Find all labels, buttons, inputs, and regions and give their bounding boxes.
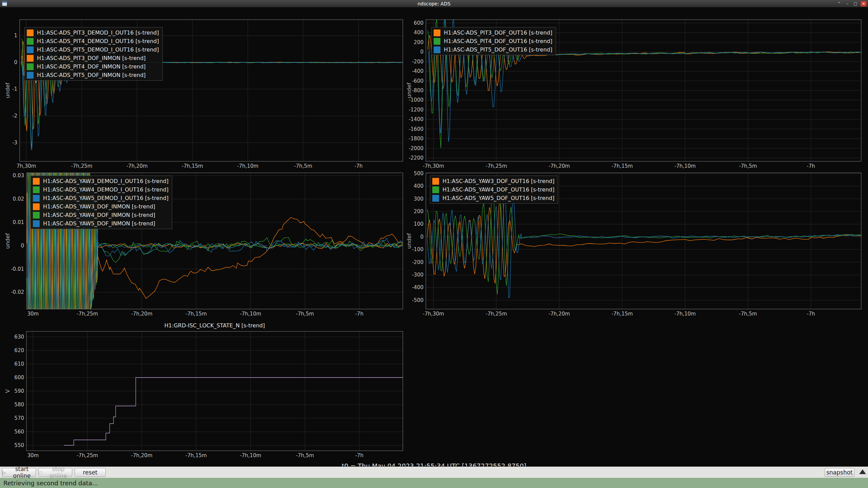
legend-color-swatch <box>33 178 40 185</box>
legend-item: H1:ASC-ADS_YAW3_DOF_OUT16 [s-trend] <box>432 177 554 185</box>
stop-online-button[interactable]: ◻ stop online <box>38 468 72 477</box>
play-icon: ▷ <box>2 470 6 475</box>
plot-pit-error[interactable]: 7h,30m-7h,25m-7h,20m-7h,15m-7h,10m-7h,5m… <box>5 17 404 170</box>
plot-lock-state[interactable]: 30m-7h,25m-7h,20m-7h,15m-7h,10m-7h,5m-7h… <box>5 320 404 460</box>
legend-color-swatch <box>33 186 40 193</box>
x-tick-label: -7h,25m <box>77 452 98 459</box>
y-tick-label: 100 <box>414 221 423 227</box>
x-tick-label: -7h,25m <box>71 163 92 169</box>
legend-channel-label: H1:ASC-ADS_YAW3_DEMOD_I_OUT16 [s-trend] <box>43 178 169 184</box>
y-tick-label: 570 <box>14 415 24 421</box>
y-tick-label: 500 <box>414 171 423 177</box>
expand-panel-triangle-icon[interactable] <box>859 469 866 474</box>
x-tick-label: -7h,10m <box>240 452 261 459</box>
y-tick-label: -300 <box>412 272 423 278</box>
y-tick-label: -3 <box>12 140 17 146</box>
legend-channel-label: H1:ASC-ADS_PIT4_DOF_OUT16 [s-trend] <box>444 38 552 44</box>
y-tick-label: -2200 <box>409 155 423 161</box>
x-tick-label: -7h,20m <box>549 311 570 317</box>
y-tick-label: 0 <box>21 243 24 249</box>
y-tick-label: 400 <box>414 29 423 36</box>
snapshot-button[interactable]: snapshot <box>825 468 854 477</box>
x-tick-label: -7h,20m <box>131 311 153 317</box>
legend-item: H1:ASC-ADS_PIT5_DOF_OUT16 [s-trend] <box>434 45 552 54</box>
x-tick-label: -7h,5m <box>294 163 312 169</box>
y-tick-label: -200 <box>412 59 423 65</box>
y-tick-label: 0.01 <box>13 219 24 225</box>
plot-canvas[interactable]: 30m-7h,25m-7h,20m-7h,15m-7h,10m-7h,5m-7h… <box>5 320 404 460</box>
y-tick-label: -100 <box>412 246 423 252</box>
plot-yaw-dof-out[interactable]: -7h,30m-7h,25m-7h,20m-7h,15m-7h,10m-7h,5… <box>406 171 864 318</box>
window-title: ndscope: ADS <box>0 1 868 6</box>
start-online-label: start online <box>8 466 36 479</box>
legend-channel-label: H1:ASC-ADS_PIT5_DEMOD_I_OUT16 [s-trend] <box>37 46 159 53</box>
minimize-window-icon[interactable]: – <box>844 1 850 6</box>
legend-channel-label: H1:ASC-ADS_YAW5_DOF_OUT16 [s-trend] <box>442 195 554 201</box>
y-tick-label: 590 <box>14 388 24 394</box>
legend-color-swatch <box>432 195 439 202</box>
legend-channel-label: H1:ASC-ADS_YAW5_DOF_INMON [s-trend] <box>43 220 155 227</box>
legend-channel-label: H1:ASC-ADS_YAW3_DOF_OUT16 [s-trend] <box>442 178 554 184</box>
toolbar: ▷ start online ◻ stop online reset snaps… <box>0 466 868 478</box>
y-tick-label: 0.03 <box>13 172 24 179</box>
legend-channel-label: H1:ASC-ADS_YAW4_DEMOD_I_OUT16 [s-trend] <box>43 186 169 193</box>
plot-grid: 7h,30m-7h,25m-7h,20m-7h,15m-7h,10m-7h,5m… <box>0 7 868 466</box>
x-tick-label: -7h,25m <box>486 311 507 317</box>
y-axis-label: undef <box>406 233 412 249</box>
plot-pit-dof-out[interactable]: -7h,30m-7h,25m-7h,20m-7h,15m-7h,10m-7h,5… <box>406 17 864 170</box>
y-tick-label: 0 <box>420 49 423 55</box>
y-tick-label: 200 <box>414 39 423 45</box>
x-tick-label: 7h,30m <box>17 163 36 169</box>
x-tick-label: -7h <box>355 311 363 317</box>
legend-color-swatch <box>432 178 439 185</box>
y-axis-label: undef <box>406 83 412 98</box>
legend-color-swatch <box>27 72 34 79</box>
stop-online-label: stop online <box>45 466 72 479</box>
plot-yaw-error[interactable]: 30m-7h,25m-7h,20m-7h,15m-7h,10m-7h,5m-7h… <box>5 171 404 318</box>
y-axis-label: undef <box>5 83 11 98</box>
start-online-button[interactable]: ▷ start online <box>2 468 36 477</box>
title-bar: ndscope: ADS ⌃ – ▢ ✕ <box>0 0 868 7</box>
plot-legend[interactable]: H1:ASC-ADS_YAW3_DOF_OUT16 [s-trend]H1:AS… <box>430 176 558 204</box>
y-tick-label: 1 <box>14 33 17 39</box>
x-tick-label: -7h,5m <box>296 311 314 317</box>
status-message: Retrieving second trend data... <box>3 480 98 487</box>
x-tick-label: -7h,30m <box>423 311 444 317</box>
plot-legend[interactable]: H1:ASC-ADS_PIT3_DEMOD_I_OUT16 [s-trend]H… <box>24 27 163 81</box>
legend-channel-label: H1:ASC-ADS_PIT3_DEMOD_I_OUT16 [s-trend] <box>37 29 159 36</box>
y-tick-label: -1600 <box>409 126 423 132</box>
legend-channel-label: H1:ASC-ADS_PIT4_DEMOD_I_OUT16 [s-trend] <box>37 38 159 44</box>
y-tick-label: 610 <box>14 361 24 367</box>
y-tick-label: -1200 <box>409 107 423 113</box>
legend-channel-label: H1:ASC-ADS_PIT3_DOF_INMON [s-trend] <box>37 55 146 61</box>
legend-color-swatch <box>27 63 34 70</box>
legend-item: H1:ASC-ADS_PIT3_DOF_OUT16 [s-trend] <box>434 28 552 37</box>
maximize-window-icon[interactable]: ▢ <box>852 1 859 6</box>
shade-window-icon[interactable]: ⌃ <box>836 1 842 6</box>
legend-item: H1:ASC-ADS_YAW3_DEMOD_I_OUT16 [s-trend] <box>33 177 169 185</box>
legend-color-swatch <box>434 46 440 53</box>
close-window-icon[interactable]: ✕ <box>861 1 867 6</box>
plot-legend[interactable]: H1:ASC-ADS_PIT3_DOF_OUT16 [s-trend]H1:AS… <box>431 27 556 55</box>
legend-item: H1:ASC-ADS_YAW4_DOF_INMON [s-trend] <box>33 211 169 219</box>
y-tick-label: -1400 <box>409 116 423 122</box>
x-tick-label: -7h <box>807 311 815 317</box>
y-axis-label: V <box>5 389 11 393</box>
legend-item: H1:ASC-ADS_YAW5_DEMOD_I_OUT16 [s-trend] <box>33 194 169 202</box>
y-tick-label: 200 <box>414 208 423 215</box>
reset-button[interactable]: reset <box>75 468 106 477</box>
x-tick-label: -7h,30m <box>423 163 444 169</box>
legend-color-swatch <box>33 195 40 202</box>
y-tick-label: -1800 <box>409 136 423 142</box>
x-tick-label: -7h,20m <box>131 452 153 459</box>
plot-legend[interactable]: H1:ASC-ADS_YAW3_DEMOD_I_OUT16 [s-trend]H… <box>31 176 172 229</box>
legend-color-swatch <box>27 38 34 45</box>
legend-channel-label: H1:ASC-ADS_PIT5_DOF_INMON [s-trend] <box>37 72 146 78</box>
y-tick-label: -600 <box>412 78 423 84</box>
x-tick-label: -7h,15m <box>185 452 207 459</box>
reset-label: reset <box>83 469 97 476</box>
legend-color-swatch <box>434 38 440 45</box>
x-tick-label: -7h,10m <box>237 163 258 169</box>
legend-item: H1:ASC-ADS_PIT5_DOF_INMON [s-trend] <box>27 71 159 79</box>
status-bar: Retrieving second trend data... <box>0 478 868 488</box>
